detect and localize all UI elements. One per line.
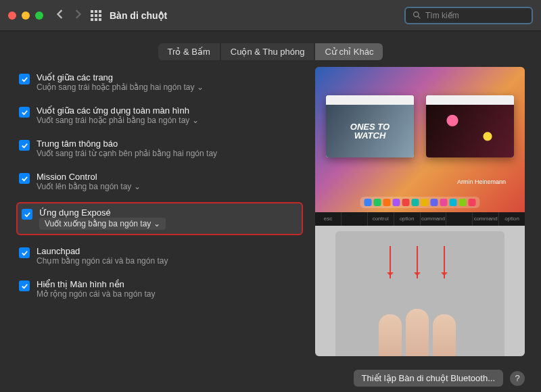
search-placeholder: Tìm kiếm — [425, 11, 459, 20]
setting-title: Ứng dụng Exposé — [39, 207, 166, 218]
setting-title: Mission Control — [37, 172, 141, 182]
checkbox[interactable] — [19, 107, 30, 118]
setting-swipe-fullscreen-apps: Vuốt giữa các ứng dụng toàn màn hình Vuố… — [16, 103, 303, 128]
svg-point-0 — [414, 12, 419, 17]
checkbox[interactable] — [19, 173, 30, 184]
window-title: Bàn di chuột — [110, 10, 167, 21]
setting-launchpad: Launchpad Chụm bằng ngón cái và ba ngón … — [16, 243, 303, 268]
gesture-arrow-icon — [390, 246, 391, 278]
chevron-down-icon: ⌄ — [154, 219, 160, 228]
setting-dropdown[interactable]: Vuốt lên bằng ba ngón tay⌄ — [37, 182, 141, 191]
fullscreen-icon[interactable] — [35, 11, 43, 20]
setting-sub: Vuốt sang trái từ cạnh bên phải bằng hai… — [37, 149, 217, 158]
setting-title: Vuốt giữa các ứng dụng toàn màn hình — [37, 105, 199, 116]
setting-title: Launchpad — [37, 246, 168, 256]
setting-title: Vuốt giữa các trang — [37, 72, 204, 82]
help-button[interactable]: ? — [510, 371, 525, 386]
setting-sub: Chụm bằng ngón cái và ba ngón tay — [37, 256, 168, 266]
settings-list: Vuốt giữa các trang Cuộn sang trái hoặc … — [16, 67, 303, 356]
main-content: Vuốt giữa các trang Cuộn sang trái hoặc … — [0, 67, 541, 366]
setting-sub: Mở rộng ngón cái và ba ngón tay — [37, 289, 155, 299]
checkbox[interactable] — [19, 280, 30, 291]
setting-dropdown[interactable]: Vuốt sang trái hoặc phải bằng ba ngón ta… — [37, 116, 199, 125]
tab-more-gestures[interactable]: Cử chỉ Khác — [315, 43, 383, 60]
chevron-down-icon: ⌄ — [192, 116, 199, 125]
tab-point-click[interactable]: Trỏ & Bấm — [158, 43, 220, 60]
setting-dropdown[interactable]: Cuộn sang trái hoặc phải bằng hai ngón t… — [37, 82, 204, 92]
gesture-finger — [379, 314, 402, 356]
minimize-icon[interactable] — [22, 11, 30, 20]
search-icon — [413, 11, 421, 20]
checkbox[interactable] — [19, 140, 30, 151]
close-icon[interactable] — [8, 11, 16, 20]
tab-scroll-zoom[interactable]: Cuộn & Thu phóng — [221, 43, 314, 60]
preview-keyboard-row: esccontroloptioncommandcommandoption — [315, 212, 525, 226]
preview-window — [426, 95, 514, 157]
back-button[interactable] — [55, 9, 65, 22]
forward-button[interactable] — [73, 9, 83, 22]
gesture-arrow-icon — [417, 246, 418, 278]
preview-screen: ONES TO WATCH Armin Heinemann — [315, 67, 525, 212]
setting-swipe-pages: Vuốt giữa các trang Cuộn sang trái hoặc … — [16, 70, 303, 95]
gesture-preview: ONES TO WATCH Armin Heinemann esccontrol… — [315, 67, 525, 356]
checkbox[interactable] — [22, 209, 32, 220]
setting-title: Hiển thị Màn hình nền — [37, 279, 155, 289]
setting-app-expose: Ứng dụng Exposé Vuốt xuống bằng ba ngón … — [16, 202, 303, 235]
chevron-down-icon: ⌄ — [134, 182, 141, 191]
titlebar: Bàn di chuột Tìm kiếm — [0, 0, 541, 31]
nav-arrows — [55, 9, 83, 22]
chevron-down-icon: ⌄ — [197, 82, 204, 92]
preview-trackpad — [315, 226, 525, 356]
gesture-arrow-icon — [444, 246, 445, 278]
tab-bar: Trỏ & Bấm Cuộn & Thu phóng Cử chỉ Khác — [0, 43, 541, 60]
show-all-prefs-button[interactable] — [91, 10, 101, 21]
gesture-finger — [406, 309, 429, 356]
checkbox[interactable] — [19, 74, 30, 84]
preview-window-label: Armin Heinemann — [457, 178, 506, 185]
setting-title: Trung tâm thông báo — [37, 139, 217, 149]
setting-show-desktop: Hiển thị Màn hình nền Mở rộng ngón cái v… — [16, 276, 303, 301]
search-input[interactable]: Tìm kiếm — [404, 7, 533, 24]
preview-window: ONES TO WATCH — [326, 95, 414, 157]
checkbox[interactable] — [19, 247, 30, 258]
bluetooth-trackpad-button[interactable]: Thiết lập Bàn di chuột Bluetooth... — [354, 370, 503, 387]
window-controls — [8, 11, 43, 20]
svg-line-1 — [418, 16, 420, 18]
setting-mission-control: Mission Control Vuốt lên bằng ba ngón ta… — [16, 169, 303, 194]
setting-dropdown[interactable]: Vuốt xuống bằng ba ngón tay⌄ — [39, 218, 166, 230]
setting-notification-center: Trung tâm thông báo Vuốt sang trái từ cạ… — [16, 136, 303, 161]
footer: Thiết lập Bàn di chuột Bluetooth... ? — [0, 366, 541, 387]
gesture-finger — [433, 314, 456, 356]
preview-dock — [360, 197, 480, 208]
